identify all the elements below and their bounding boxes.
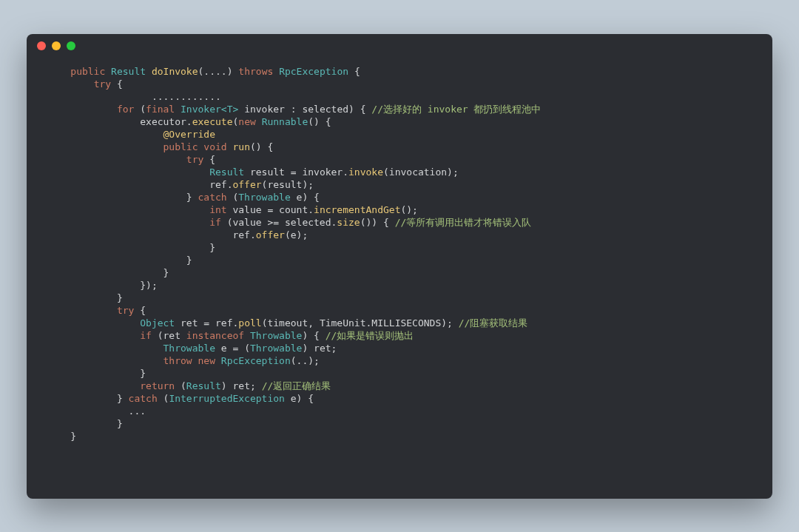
brace: } xyxy=(186,255,192,266)
gen: <T> xyxy=(221,104,238,115)
args: (....) xyxy=(198,66,233,77)
comment: //等所有调用出错才将错误入队 xyxy=(395,217,532,228)
type-invoker: Invoker xyxy=(181,104,221,115)
p: ); xyxy=(302,179,314,190)
var: invoker xyxy=(244,104,285,115)
fn-doinvoke: doInvoke xyxy=(152,66,198,77)
comment: //返回正确结果 xyxy=(262,380,331,391)
kw-final: final xyxy=(146,104,175,115)
kw-public: public xyxy=(70,66,105,77)
p: () { xyxy=(308,116,331,127)
var: ret xyxy=(163,330,181,341)
annotation-override: @Override xyxy=(163,129,215,140)
comment: //选择好的 invoker 都扔到线程池中 xyxy=(371,104,541,115)
dots: ... xyxy=(129,405,146,417)
p: ) { xyxy=(348,104,365,115)
kw-void: void xyxy=(203,141,226,152)
p: ) ret; xyxy=(221,380,256,391)
p: ( xyxy=(140,104,146,115)
type-result: Result xyxy=(209,166,244,178)
dot: . xyxy=(186,116,192,127)
eq: = xyxy=(291,166,297,178)
minimize-icon[interactable] xyxy=(52,41,61,50)
dot: . xyxy=(343,166,348,178)
dot: . xyxy=(250,229,256,240)
kw-throw: throw xyxy=(163,355,192,366)
eq: = xyxy=(232,343,238,354)
brace: } xyxy=(117,292,123,303)
type-rpcex: RpcException xyxy=(221,355,291,366)
obj: ref xyxy=(232,229,249,240)
kw-new: new xyxy=(238,116,255,127)
type-interrupted: InterruptedException xyxy=(169,393,285,404)
dot: . xyxy=(308,204,314,215)
eq: = xyxy=(267,204,273,215)
m: incrementAndGet xyxy=(314,204,400,215)
kw-try: try xyxy=(94,78,111,90)
brace: } xyxy=(186,192,192,203)
code-block: public Result doInvoke(....) throws RpcE… xyxy=(27,58,772,457)
p: ) { xyxy=(297,393,314,404)
kw-if: if xyxy=(140,330,152,341)
obj: invoker xyxy=(302,166,343,178)
var: ret xyxy=(181,317,198,329)
code-window: public Result doInvoke(....) throws RpcE… xyxy=(27,34,772,499)
type-result: Result xyxy=(186,380,221,391)
var: selected xyxy=(302,104,348,115)
zoom-icon[interactable] xyxy=(67,41,75,50)
p: ); xyxy=(441,317,453,329)
obj: ref xyxy=(209,179,226,190)
var: result xyxy=(250,166,285,178)
close-icon[interactable] xyxy=(37,41,46,50)
obj: count xyxy=(279,204,308,215)
fn-run: run xyxy=(232,141,249,152)
var: e xyxy=(291,393,297,404)
type-throwable: Throwable xyxy=(250,343,302,354)
m: offer xyxy=(232,179,261,190)
type-runnable: Runnable xyxy=(262,116,309,127)
type-object: Object xyxy=(140,317,175,329)
brace: } xyxy=(117,393,123,404)
p: ); xyxy=(447,166,459,178)
type-result: Result xyxy=(111,66,146,77)
brace: { xyxy=(117,78,123,90)
p: ( xyxy=(383,166,389,178)
comment: //如果是错误则抛出 xyxy=(326,330,414,341)
arg: result xyxy=(267,179,302,190)
kw-new: new xyxy=(198,355,215,366)
type-throwable: Throwable xyxy=(250,330,302,341)
p: ()) { xyxy=(360,217,389,228)
kw-catch: catch xyxy=(198,192,227,203)
colon: : xyxy=(291,104,297,115)
brace: } xyxy=(140,368,146,379)
brace: } xyxy=(70,431,76,442)
m: invoke xyxy=(348,166,383,178)
obj: ref xyxy=(215,317,232,329)
type-throwable: Throwable xyxy=(163,343,215,354)
kw-throws: throws xyxy=(238,66,273,77)
kw-catch: catch xyxy=(129,393,158,404)
comment: //阻塞获取结果 xyxy=(459,317,528,329)
brace: { xyxy=(209,154,215,165)
kw-for: for xyxy=(117,104,134,115)
p: ) ret; xyxy=(302,343,337,354)
cond: value >= selected. xyxy=(232,217,337,228)
p: ( xyxy=(244,343,250,354)
brace: }); xyxy=(140,280,157,291)
brace: } xyxy=(163,267,169,278)
arg: invocation xyxy=(389,166,447,178)
kw-if: if xyxy=(209,217,221,228)
p: () { xyxy=(250,141,273,152)
p: ( xyxy=(158,330,163,341)
var: value xyxy=(232,204,261,215)
kw-int: int xyxy=(209,204,226,215)
p: (..); xyxy=(291,355,320,366)
kw-return: return xyxy=(140,380,175,391)
m: execute xyxy=(192,116,233,127)
kw-try: try xyxy=(117,305,134,316)
args: timeout, TimeUnit.MILLISECONDS xyxy=(267,317,441,329)
brace: } xyxy=(209,242,215,253)
dots: ............ xyxy=(152,91,221,102)
m: poll xyxy=(238,317,261,329)
m: offer xyxy=(256,229,285,240)
